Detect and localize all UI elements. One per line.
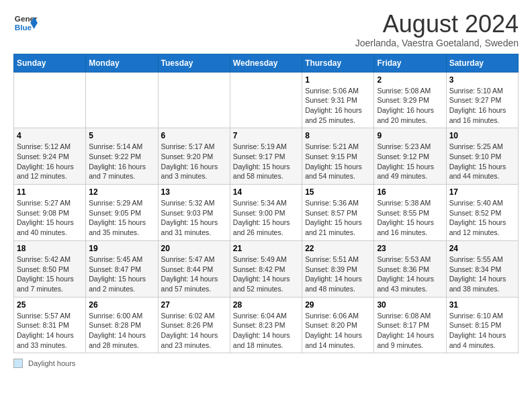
day-info: Sunrise: 5:32 AM Sunset: 9:03 PM Dayligh… (161, 198, 227, 238)
day-number: 10 (449, 131, 515, 140)
day-number: 9 (377, 131, 443, 140)
calendar-cell: 8Sunrise: 5:21 AM Sunset: 9:15 PM Daylig… (302, 128, 374, 185)
calendar-week-1: 1Sunrise: 5:06 AM Sunset: 9:31 PM Daylig… (14, 72, 519, 128)
day-info: Sunrise: 5:40 AM Sunset: 8:52 PM Dayligh… (449, 198, 515, 238)
day-number: 14 (233, 187, 299, 197)
legend: Daylight hours (13, 359, 519, 368)
calendar-cell: 27Sunrise: 6:02 AM Sunset: 8:26 PM Dayli… (158, 297, 230, 353)
day-number: 17 (449, 187, 515, 197)
calendar-cell: 25Sunrise: 5:57 AM Sunset: 8:31 PM Dayli… (14, 297, 86, 353)
day-number: 24 (449, 244, 515, 253)
calendar-week-4: 18Sunrise: 5:42 AM Sunset: 8:50 PM Dayli… (14, 240, 519, 297)
calendar-cell: 26Sunrise: 6:00 AM Sunset: 8:28 PM Dayli… (86, 297, 158, 353)
day-number: 2 (377, 75, 443, 85)
calendar-cell: 10Sunrise: 5:25 AM Sunset: 9:10 PM Dayli… (446, 128, 518, 185)
calendar-cell: 14Sunrise: 5:34 AM Sunset: 9:00 PM Dayli… (230, 185, 302, 241)
day-info: Sunrise: 5:27 AM Sunset: 9:08 PM Dayligh… (17, 198, 83, 238)
day-number: 3 (449, 75, 515, 85)
day-info: Sunrise: 6:00 AM Sunset: 8:28 PM Dayligh… (89, 311, 154, 351)
day-number: 6 (161, 131, 227, 140)
page-header: General Blue August 2024 Joerlanda, Vaes… (13, 11, 519, 48)
day-number: 7 (233, 131, 299, 140)
day-info: Sunrise: 5:25 AM Sunset: 9:10 PM Dayligh… (449, 142, 515, 181)
day-number: 15 (305, 187, 371, 197)
calendar-cell: 6Sunrise: 5:17 AM Sunset: 9:20 PM Daylig… (158, 128, 230, 185)
day-info: Sunrise: 5:29 AM Sunset: 9:05 PM Dayligh… (89, 198, 154, 238)
day-info: Sunrise: 5:47 AM Sunset: 8:44 PM Dayligh… (161, 255, 227, 294)
calendar-cell: 3Sunrise: 5:10 AM Sunset: 9:27 PM Daylig… (446, 72, 518, 128)
calendar-cell: 21Sunrise: 5:49 AM Sunset: 8:42 PM Dayli… (230, 240, 302, 297)
day-number: 28 (233, 300, 299, 310)
calendar-cell: 17Sunrise: 5:40 AM Sunset: 8:52 PM Dayli… (446, 185, 518, 241)
calendar-title: August 2024 (355, 11, 519, 38)
day-number: 8 (305, 131, 371, 140)
calendar-cell: 22Sunrise: 5:51 AM Sunset: 8:39 PM Dayli… (302, 240, 374, 297)
calendar-cell: 19Sunrise: 5:45 AM Sunset: 8:47 PM Dayli… (86, 240, 158, 297)
day-number: 16 (377, 187, 443, 197)
calendar-cell: 11Sunrise: 5:27 AM Sunset: 9:08 PM Dayli… (14, 185, 86, 241)
day-info: Sunrise: 6:06 AM Sunset: 8:20 PM Dayligh… (305, 311, 371, 351)
day-info: Sunrise: 5:49 AM Sunset: 8:42 PM Dayligh… (233, 255, 299, 294)
col-header-thursday: Thursday (302, 54, 374, 72)
day-info: Sunrise: 5:19 AM Sunset: 9:17 PM Dayligh… (233, 142, 299, 181)
day-info: Sunrise: 5:45 AM Sunset: 8:47 PM Dayligh… (89, 255, 154, 294)
day-number: 18 (17, 244, 83, 253)
day-info: Sunrise: 5:38 AM Sunset: 8:55 PM Dayligh… (377, 198, 443, 238)
calendar-cell: 16Sunrise: 5:38 AM Sunset: 8:55 PM Dayli… (374, 185, 446, 241)
day-number: 11 (17, 187, 83, 197)
day-number: 30 (377, 300, 443, 310)
col-header-monday: Monday (86, 54, 158, 72)
legend-label: Daylight hours (28, 359, 75, 367)
calendar-cell: 20Sunrise: 5:47 AM Sunset: 8:44 PM Dayli… (158, 240, 230, 297)
calendar-cell: 5Sunrise: 5:14 AM Sunset: 9:22 PM Daylig… (86, 128, 158, 185)
day-number: 27 (161, 300, 227, 310)
calendar-cell: 24Sunrise: 5:55 AM Sunset: 8:34 PM Dayli… (446, 240, 518, 297)
day-info: Sunrise: 5:53 AM Sunset: 8:36 PM Dayligh… (377, 255, 443, 294)
calendar-cell: 31Sunrise: 6:10 AM Sunset: 8:15 PM Dayli… (446, 297, 518, 353)
day-number: 21 (233, 244, 299, 253)
day-info: Sunrise: 5:14 AM Sunset: 9:22 PM Dayligh… (89, 142, 154, 181)
day-info: Sunrise: 6:10 AM Sunset: 8:15 PM Dayligh… (449, 311, 515, 351)
day-info: Sunrise: 6:02 AM Sunset: 8:26 PM Dayligh… (161, 311, 227, 351)
calendar-table: SundayMondayTuesdayWednesdayThursdayFrid… (13, 54, 519, 354)
calendar-week-3: 11Sunrise: 5:27 AM Sunset: 9:08 PM Dayli… (14, 185, 519, 241)
calendar-cell: 13Sunrise: 5:32 AM Sunset: 9:03 PM Dayli… (158, 185, 230, 241)
col-header-saturday: Saturday (446, 54, 518, 72)
calendar-week-2: 4Sunrise: 5:12 AM Sunset: 9:24 PM Daylig… (14, 128, 519, 185)
day-info: Sunrise: 5:42 AM Sunset: 8:50 PM Dayligh… (17, 255, 83, 294)
day-info: Sunrise: 5:06 AM Sunset: 9:31 PM Dayligh… (305, 86, 371, 126)
day-number: 22 (305, 244, 371, 253)
title-block: August 2024 Joerlanda, Vaestra Goetaland… (355, 11, 519, 48)
calendar-cell: 4Sunrise: 5:12 AM Sunset: 9:24 PM Daylig… (14, 128, 86, 185)
day-number: 13 (161, 187, 227, 197)
logo: General Blue (13, 11, 38, 35)
day-info: Sunrise: 5:36 AM Sunset: 8:57 PM Dayligh… (305, 198, 371, 238)
calendar-cell: 15Sunrise: 5:36 AM Sunset: 8:57 PM Dayli… (302, 185, 374, 241)
legend-box (13, 359, 23, 368)
day-info: Sunrise: 5:55 AM Sunset: 8:34 PM Dayligh… (449, 255, 515, 294)
day-info: Sunrise: 5:17 AM Sunset: 9:20 PM Dayligh… (161, 142, 227, 181)
calendar-cell (230, 72, 302, 128)
calendar-cell: 29Sunrise: 6:06 AM Sunset: 8:20 PM Dayli… (302, 297, 374, 353)
day-number: 29 (305, 300, 371, 310)
calendar-week-5: 25Sunrise: 5:57 AM Sunset: 8:31 PM Dayli… (14, 297, 519, 353)
day-info: Sunrise: 5:12 AM Sunset: 9:24 PM Dayligh… (17, 142, 83, 181)
day-info: Sunrise: 5:57 AM Sunset: 8:31 PM Dayligh… (17, 311, 83, 351)
col-header-wednesday: Wednesday (230, 54, 302, 72)
day-number: 1 (305, 75, 371, 85)
day-number: 12 (89, 187, 154, 197)
col-header-tuesday: Tuesday (158, 54, 230, 72)
day-info: Sunrise: 5:10 AM Sunset: 9:27 PM Dayligh… (449, 86, 515, 126)
calendar-cell: 7Sunrise: 5:19 AM Sunset: 9:17 PM Daylig… (230, 128, 302, 185)
calendar-cell (86, 72, 158, 128)
calendar-cell (14, 72, 86, 128)
day-number: 5 (89, 131, 154, 140)
calendar-cell: 12Sunrise: 5:29 AM Sunset: 9:05 PM Dayli… (86, 185, 158, 241)
day-number: 31 (449, 300, 515, 310)
logo-icon: General Blue (13, 11, 38, 35)
day-number: 19 (89, 244, 154, 253)
calendar-cell: 30Sunrise: 6:08 AM Sunset: 8:17 PM Dayli… (374, 297, 446, 353)
day-number: 23 (377, 244, 443, 253)
calendar-cell: 23Sunrise: 5:53 AM Sunset: 8:36 PM Dayli… (374, 240, 446, 297)
calendar-header: SundayMondayTuesdayWednesdayThursdayFrid… (14, 54, 519, 72)
